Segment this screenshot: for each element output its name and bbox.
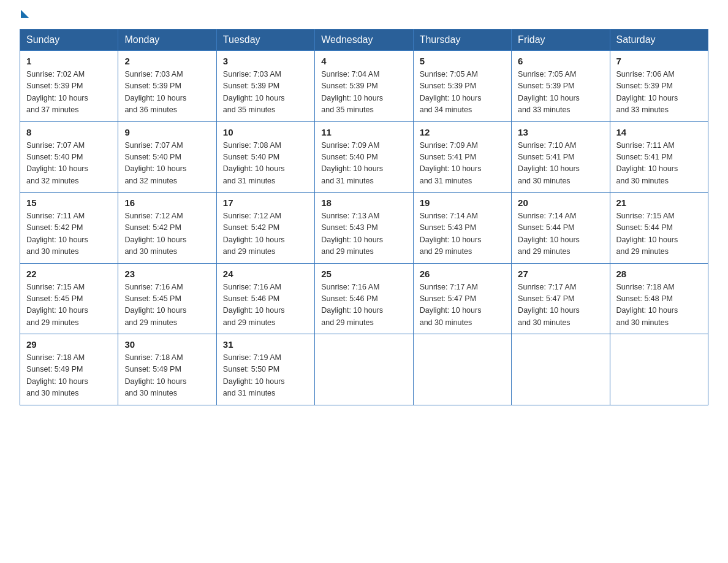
- day-number: 6: [518, 56, 603, 66]
- calendar-day-cell: 18 Sunrise: 7:13 AMSunset: 5:43 PMDaylig…: [315, 193, 413, 264]
- calendar-day-cell: 5 Sunrise: 7:05 AMSunset: 5:39 PMDayligh…: [413, 51, 511, 122]
- calendar-day-cell: 13 Sunrise: 7:10 AMSunset: 5:41 PMDaylig…: [512, 121, 610, 193]
- day-info: Sunrise: 7:13 AMSunset: 5:43 PMDaylight:…: [321, 212, 383, 256]
- day-info: Sunrise: 7:14 AMSunset: 5:43 PMDaylight:…: [420, 212, 482, 256]
- calendar-day-cell: 30 Sunrise: 7:18 AMSunset: 5:49 PMDaylig…: [118, 334, 216, 405]
- day-info: Sunrise: 7:05 AMSunset: 5:39 PMDaylight:…: [518, 70, 580, 114]
- calendar-day-cell: 2 Sunrise: 7:03 AMSunset: 5:39 PMDayligh…: [118, 51, 216, 122]
- day-number: 28: [616, 269, 702, 279]
- day-number: 15: [26, 197, 112, 208]
- calendar-week-row: 15 Sunrise: 7:11 AMSunset: 5:42 PMDaylig…: [20, 193, 708, 264]
- calendar-day-cell: 9 Sunrise: 7:07 AMSunset: 5:40 PMDayligh…: [118, 121, 216, 193]
- day-header-monday: Monday: [118, 29, 216, 51]
- logo-blue-box: [20, 15, 29, 18]
- calendar-week-row: 22 Sunrise: 7:15 AMSunset: 5:45 PMDaylig…: [20, 263, 708, 334]
- day-info: Sunrise: 7:17 AMSunset: 5:47 PMDaylight:…: [420, 283, 482, 327]
- day-info: Sunrise: 7:04 AMSunset: 5:39 PMDaylight:…: [321, 70, 383, 114]
- calendar-day-cell: 14 Sunrise: 7:11 AMSunset: 5:41 PMDaylig…: [610, 121, 708, 193]
- day-info: Sunrise: 7:16 AMSunset: 5:46 PMDaylight:…: [223, 283, 285, 327]
- day-number: 17: [223, 197, 308, 208]
- day-header-wednesday: Wednesday: [315, 29, 413, 51]
- day-info: Sunrise: 7:14 AMSunset: 5:44 PMDaylight:…: [518, 212, 580, 256]
- calendar-day-cell: 20 Sunrise: 7:14 AMSunset: 5:44 PMDaylig…: [512, 193, 610, 264]
- empty-cell: [413, 334, 511, 405]
- empty-cell: [315, 334, 413, 405]
- page-header: [20, 15, 708, 18]
- day-info: Sunrise: 7:16 AMSunset: 5:46 PMDaylight:…: [321, 283, 383, 327]
- day-number: 3: [223, 56, 308, 66]
- day-number: 27: [518, 269, 603, 279]
- day-number: 26: [420, 269, 505, 279]
- calendar-day-cell: 31 Sunrise: 7:19 AMSunset: 5:50 PMDaylig…: [216, 334, 314, 405]
- day-info: Sunrise: 7:11 AMSunset: 5:42 PMDaylight:…: [26, 212, 88, 256]
- day-info: Sunrise: 7:03 AMSunset: 5:39 PMDaylight:…: [223, 70, 285, 114]
- calendar-day-cell: 12 Sunrise: 7:09 AMSunset: 5:41 PMDaylig…: [413, 121, 511, 193]
- day-number: 22: [26, 269, 112, 279]
- day-number: 9: [124, 127, 210, 137]
- day-info: Sunrise: 7:03 AMSunset: 5:39 PMDaylight:…: [124, 70, 186, 114]
- calendar-day-cell: 29 Sunrise: 7:18 AMSunset: 5:49 PMDaylig…: [20, 334, 118, 405]
- day-number: 25: [321, 269, 406, 279]
- day-number: 30: [124, 339, 210, 350]
- calendar-day-cell: 10 Sunrise: 7:08 AMSunset: 5:40 PMDaylig…: [216, 121, 314, 193]
- day-info: Sunrise: 7:09 AMSunset: 5:41 PMDaylight:…: [420, 141, 482, 185]
- day-info: Sunrise: 7:07 AMSunset: 5:40 PMDaylight:…: [124, 141, 186, 185]
- calendar-day-cell: 8 Sunrise: 7:07 AMSunset: 5:40 PMDayligh…: [20, 121, 118, 193]
- day-info: Sunrise: 7:15 AMSunset: 5:45 PMDaylight:…: [26, 283, 88, 327]
- day-info: Sunrise: 7:08 AMSunset: 5:40 PMDaylight:…: [223, 141, 285, 185]
- day-number: 29: [26, 339, 112, 350]
- logo: [20, 15, 29, 18]
- calendar-header-row: SundayMondayTuesdayWednesdayThursdayFrid…: [20, 29, 708, 51]
- calendar-day-cell: 16 Sunrise: 7:12 AMSunset: 5:42 PMDaylig…: [118, 193, 216, 264]
- calendar-day-cell: 1 Sunrise: 7:02 AMSunset: 5:39 PMDayligh…: [20, 51, 118, 122]
- day-number: 31: [223, 339, 308, 350]
- day-info: Sunrise: 7:16 AMSunset: 5:45 PMDaylight:…: [124, 283, 186, 327]
- day-number: 11: [321, 127, 406, 137]
- calendar-week-row: 8 Sunrise: 7:07 AMSunset: 5:40 PMDayligh…: [20, 121, 708, 193]
- day-number: 8: [26, 127, 112, 137]
- empty-cell: [610, 334, 708, 405]
- day-info: Sunrise: 7:18 AMSunset: 5:48 PMDaylight:…: [616, 283, 678, 327]
- day-number: 4: [321, 56, 406, 66]
- day-header-tuesday: Tuesday: [216, 29, 314, 51]
- day-number: 13: [518, 127, 603, 137]
- day-info: Sunrise: 7:11 AMSunset: 5:41 PMDaylight:…: [616, 141, 678, 185]
- calendar-day-cell: 25 Sunrise: 7:16 AMSunset: 5:46 PMDaylig…: [315, 263, 413, 334]
- day-info: Sunrise: 7:17 AMSunset: 5:47 PMDaylight:…: [518, 283, 580, 327]
- calendar-week-row: 1 Sunrise: 7:02 AMSunset: 5:39 PMDayligh…: [20, 51, 708, 122]
- day-info: Sunrise: 7:07 AMSunset: 5:40 PMDaylight:…: [26, 141, 88, 185]
- day-info: Sunrise: 7:10 AMSunset: 5:41 PMDaylight:…: [518, 141, 580, 185]
- day-header-sunday: Sunday: [20, 29, 118, 51]
- day-info: Sunrise: 7:06 AMSunset: 5:39 PMDaylight:…: [616, 70, 678, 114]
- day-number: 12: [420, 127, 505, 137]
- day-number: 1: [26, 56, 112, 66]
- day-number: 2: [124, 56, 210, 66]
- calendar-day-cell: 21 Sunrise: 7:15 AMSunset: 5:44 PMDaylig…: [610, 193, 708, 264]
- calendar-day-cell: 24 Sunrise: 7:16 AMSunset: 5:46 PMDaylig…: [216, 263, 314, 334]
- day-number: 20: [518, 197, 603, 208]
- calendar-day-cell: 27 Sunrise: 7:17 AMSunset: 5:47 PMDaylig…: [512, 263, 610, 334]
- calendar-day-cell: 7 Sunrise: 7:06 AMSunset: 5:39 PMDayligh…: [610, 51, 708, 122]
- day-number: 23: [124, 269, 210, 279]
- day-info: Sunrise: 7:05 AMSunset: 5:39 PMDaylight:…: [420, 70, 482, 114]
- day-number: 18: [321, 197, 406, 208]
- day-info: Sunrise: 7:09 AMSunset: 5:40 PMDaylight:…: [321, 141, 383, 185]
- day-info: Sunrise: 7:02 AMSunset: 5:39 PMDaylight:…: [26, 70, 88, 114]
- day-info: Sunrise: 7:18 AMSunset: 5:49 PMDaylight:…: [124, 353, 186, 397]
- calendar-day-cell: 26 Sunrise: 7:17 AMSunset: 5:47 PMDaylig…: [413, 263, 511, 334]
- day-info: Sunrise: 7:12 AMSunset: 5:42 PMDaylight:…: [124, 212, 186, 256]
- calendar-day-cell: 17 Sunrise: 7:12 AMSunset: 5:42 PMDaylig…: [216, 193, 314, 264]
- empty-cell: [512, 334, 610, 405]
- day-header-thursday: Thursday: [413, 29, 511, 51]
- day-number: 24: [223, 269, 308, 279]
- calendar-day-cell: 19 Sunrise: 7:14 AMSunset: 5:43 PMDaylig…: [413, 193, 511, 264]
- calendar-day-cell: 3 Sunrise: 7:03 AMSunset: 5:39 PMDayligh…: [216, 51, 314, 122]
- calendar-week-row: 29 Sunrise: 7:18 AMSunset: 5:49 PMDaylig…: [20, 334, 708, 405]
- day-info: Sunrise: 7:12 AMSunset: 5:42 PMDaylight:…: [223, 212, 285, 256]
- day-number: 16: [124, 197, 210, 208]
- calendar-day-cell: 6 Sunrise: 7:05 AMSunset: 5:39 PMDayligh…: [512, 51, 610, 122]
- day-number: 14: [616, 127, 702, 137]
- calendar-day-cell: 15 Sunrise: 7:11 AMSunset: 5:42 PMDaylig…: [20, 193, 118, 264]
- calendar-day-cell: 22 Sunrise: 7:15 AMSunset: 5:45 PMDaylig…: [20, 263, 118, 334]
- day-number: 7: [616, 56, 702, 66]
